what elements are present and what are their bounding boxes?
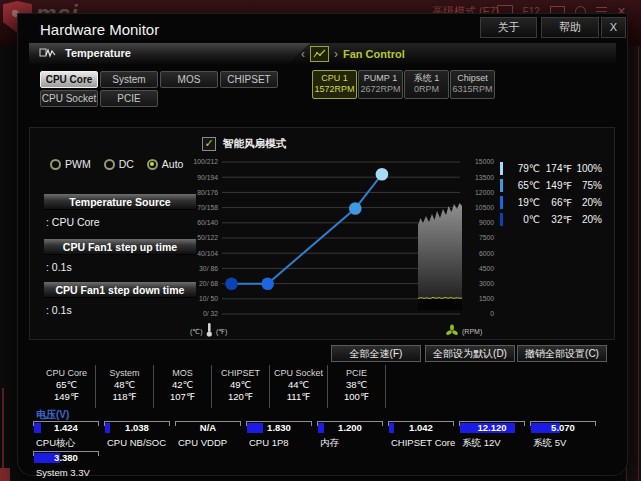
field-cpu-fan1-step-up-time[interactable]: CPU Fan1 step up time [44, 239, 196, 255]
voltage-name: CPU NB/SOC [104, 437, 170, 448]
fan-curve-point-79c[interactable] [376, 168, 389, 181]
temp-sensor-pcie: PCIE38℃100℉ [328, 365, 386, 408]
field-value-cpu-fan1-step-up-time: : 0.1s [46, 261, 72, 273]
curve-point-row: 0℃32℉20% [500, 212, 604, 226]
svg-text:80/176: 80/176 [197, 189, 218, 196]
fan-control-section-header: ‹ › Fan Control [301, 46, 405, 62]
voltage-meter-cpu-vddp: N/ACPU VDDP [175, 421, 241, 448]
fan-curve-point-19c[interactable] [261, 277, 274, 290]
prev-section-arrow[interactable]: ‹ [301, 47, 305, 61]
temp-tab-pcie[interactable]: PCIE [100, 90, 158, 107]
fan-control-section-label: Fan Control [343, 48, 405, 60]
section-header: Temperature ‹ › Fan Control [29, 43, 616, 64]
svg-text:40/104: 40/104 [197, 250, 218, 257]
background-right-panel-edge [626, 46, 641, 481]
voltage-meter-frame: 1.830 [246, 421, 312, 435]
svg-text:13500: 13500 [475, 174, 494, 181]
screen: msi 高级模式 (F7) F12 ✕ Hardware Monitor 关于 … [0, 0, 641, 481]
curve-point-row: 19℃66℉20% [500, 195, 604, 209]
sensor-celsius: 44℃ [270, 379, 327, 391]
temp-tab-system[interactable]: System [100, 71, 158, 88]
background-left-accent [2, 388, 4, 470]
voltage-name: 系统 5V [530, 437, 596, 450]
fan-tab-chipset[interactable]: Chipset6315RPM [450, 70, 495, 99]
temp-tab-cpu-core[interactable]: CPU Core [40, 71, 98, 88]
temp-tab-cpu-socket[interactable]: CPU Socket [40, 90, 98, 107]
voltage-name: 内存 [317, 437, 383, 450]
voltage-name: CHIPSET Core [388, 437, 454, 448]
voltage-name: System 3.3V [33, 467, 99, 478]
temperature-section-header[interactable]: Temperature [39, 46, 131, 59]
fan-tab-rpm: 0RPM [405, 84, 448, 95]
fan-tab-pump-1[interactable]: PUMP 12672RPM [358, 70, 403, 99]
point-level-bar [500, 196, 503, 209]
sensor-celsius: 48℃ [96, 379, 153, 391]
sensor-fahrenheit: 100℉ [328, 391, 385, 403]
temp-sensor-cpu-socket: CPU Socket44℃111℉ [270, 365, 328, 408]
close-button[interactable]: X [601, 17, 626, 38]
field-temperature-source[interactable]: Temperature Source [44, 194, 196, 210]
sensor-celsius: 38℃ [328, 379, 385, 391]
help-button[interactable]: 帮助 [541, 17, 599, 38]
voltage-name: CPU 1P8 [246, 437, 312, 448]
fan-tab-cpu-1[interactable]: CPU 11572RPM [312, 70, 357, 99]
voltage-value: 1.830 [246, 422, 312, 434]
sensor-fahrenheit: 118℉ [96, 391, 153, 403]
voltage-meter-frame: 1.038 [104, 421, 170, 435]
svg-text:7500: 7500 [479, 234, 494, 241]
voltage-meter-frame: 1.042 [388, 421, 454, 435]
field-value-cpu-fan1-step-down-time: : 0.1s [46, 304, 72, 316]
temp-tab-chipset[interactable]: CHIPSET [220, 71, 278, 88]
temperature-section-label: Temperature [65, 47, 131, 59]
svg-text:0/ 32: 0/ 32 [203, 310, 218, 317]
voltage-value: 3.380 [33, 452, 99, 464]
sensor-name: CPU Core [38, 367, 95, 379]
action-button-0[interactable]: 全部全速(F) [331, 345, 421, 362]
fan-curve-line [232, 174, 382, 283]
point-duty-pct: 20% [572, 197, 602, 208]
radio-pwm-icon [50, 159, 61, 170]
sensor-celsius: 42℃ [154, 379, 211, 391]
about-button[interactable]: 关于 [480, 17, 537, 38]
point-level-bar [500, 213, 503, 226]
fan-mode-label: PWM [65, 158, 91, 170]
voltage-meter-frame: 3.380 [33, 451, 99, 465]
fan-mode-radios: PWMDCAuto [50, 158, 183, 170]
voltage-name: 系统 12V [459, 437, 525, 450]
fan-mode-dc[interactable]: DC [104, 158, 134, 170]
next-section-arrow[interactable]: › [334, 47, 338, 61]
voltage-meter-frame: 12.120 [459, 421, 525, 435]
fan-curve-point-0c[interactable] [225, 277, 238, 290]
fan-curve-point-65c[interactable] [349, 202, 362, 215]
fan-tab-name: PUMP 1 [359, 73, 402, 84]
voltage-value: 5.070 [530, 422, 596, 434]
fan-tab-系统-1[interactable]: 系统 10RPM [404, 70, 449, 99]
fan-tab-name: Chipset [451, 73, 494, 84]
sensor-celsius: 65℃ [38, 379, 95, 391]
point-temp-c: 79℃ [513, 163, 540, 174]
temperature-readings-strip: CPU Core65℃149℉System48℃118℉MOS42℃107℉CH… [38, 365, 386, 408]
point-duty-pct: 100% [572, 163, 602, 174]
field-cpu-fan1-step-down-time[interactable]: CPU Fan1 step down time [44, 282, 196, 298]
voltage-meter-frame: 1.424 [33, 421, 99, 435]
voltage-meter-cpu-nb-soc: 1.038CPU NB/SOC [104, 421, 170, 448]
point-level-bar [500, 179, 503, 192]
sensor-fahrenheit: 107℉ [154, 391, 211, 403]
action-button-1[interactable]: 全部设为默认(D) [425, 345, 515, 362]
svg-text:1500: 1500 [479, 295, 494, 302]
svg-text:4500: 4500 [479, 265, 494, 272]
fan-tab-name: CPU 1 [313, 73, 356, 84]
svg-text:15000: 15000 [475, 158, 494, 165]
voltage-meter-system-3-3v: 3.380System 3.3V [33, 451, 99, 478]
action-button-2[interactable]: 撤销全部设置(C) [517, 345, 607, 362]
field-value-temperature-source: : CPU Core [46, 216, 100, 228]
svg-text:10500: 10500 [475, 204, 494, 211]
voltage-meter-frame: 1.200 [317, 421, 383, 435]
sensor-name: MOS [154, 367, 211, 379]
curve-point-row: 65℃149℉75% [500, 178, 604, 192]
temp-tab-mos[interactable]: MOS [160, 71, 218, 88]
fan-mode-pwm[interactable]: PWM [50, 158, 91, 170]
curve-point-row: 79℃174℉100% [500, 161, 604, 175]
fan-mode-auto[interactable]: Auto [147, 158, 184, 170]
radio-dc-icon [104, 159, 115, 170]
